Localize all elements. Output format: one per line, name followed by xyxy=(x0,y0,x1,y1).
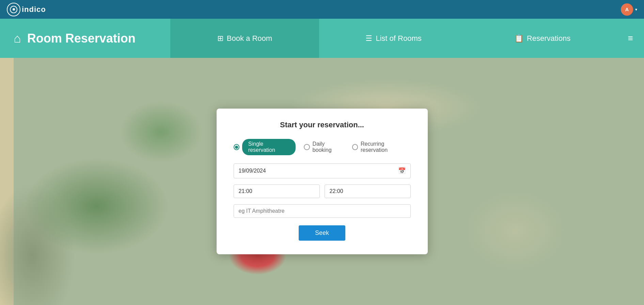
date-field[interactable]: 19/09/2024 📅 xyxy=(234,163,411,178)
modal-overlay: Start your reservation... Single reserva… xyxy=(0,58,644,305)
nav-item-list-rooms[interactable]: ☰ List of Rooms xyxy=(319,19,468,58)
radio-single-label: Single reservation xyxy=(242,139,296,155)
nav-item-reservations[interactable]: 📋 Reservations xyxy=(468,19,617,58)
radio-option-recurring[interactable]: Recurring reservation xyxy=(352,141,411,153)
time-row: 21:00 22:00 xyxy=(234,184,411,198)
nav-bar: ⌂ Room Reservation ⊞ Book a Room ☰ List … xyxy=(0,19,644,58)
radio-option-daily[interactable]: Daily booking xyxy=(304,141,344,153)
date-field-row: 19/09/2024 📅 xyxy=(234,163,411,178)
nav-menu-button[interactable]: ≡ xyxy=(617,33,644,44)
radio-daily-input[interactable] xyxy=(304,144,310,150)
nav-item-book-room[interactable]: ⊞ Book a Room xyxy=(170,19,319,58)
logo-inner xyxy=(10,6,17,13)
reservation-modal: Start your reservation... Single reserva… xyxy=(217,109,428,254)
radio-daily-label: Daily booking xyxy=(313,141,344,153)
nav-items: ⊞ Book a Room ☰ List of Rooms 📋 Reservat… xyxy=(170,19,617,58)
nav-brand: ⌂ Room Reservation xyxy=(0,31,170,46)
home-icon: ⌂ xyxy=(14,31,21,46)
avatar-area[interactable]: A ▾ xyxy=(621,3,637,16)
top-bar: indico A ▾ xyxy=(0,0,644,19)
calendar-picker-icon[interactable]: 📅 xyxy=(398,167,406,175)
date-value: 19/09/2024 xyxy=(239,168,398,174)
calendar-icon: 📋 xyxy=(514,34,523,43)
plus-square-icon: ⊞ xyxy=(217,34,223,43)
nav-item-book-room-label: Book a Room xyxy=(227,34,272,43)
end-time-value: 22:00 xyxy=(330,188,343,194)
modal-title: Start your reservation... xyxy=(234,121,411,129)
content-area: Start your reservation... Single reserva… xyxy=(0,58,644,305)
logo: indico xyxy=(7,3,46,16)
user-avatar[interactable]: A xyxy=(621,3,633,16)
logo-icon xyxy=(7,3,20,16)
nav-item-list-rooms-label: List of Rooms xyxy=(376,34,422,43)
reservation-type-group: Single reservation Daily booking Recurri… xyxy=(234,139,411,155)
end-time-field[interactable]: 22:00 xyxy=(325,184,411,198)
start-time-field[interactable]: 21:00 xyxy=(234,184,320,198)
logo-dot xyxy=(13,8,15,11)
list-icon: ☰ xyxy=(365,34,372,43)
radio-option-single[interactable]: Single reservation xyxy=(234,139,296,155)
radio-recurring-label: Recurring reservation xyxy=(361,141,411,153)
start-time-value: 21:00 xyxy=(239,188,252,194)
radio-single-input[interactable] xyxy=(234,144,239,150)
seek-button[interactable]: Seek xyxy=(299,225,345,241)
logo-text: indico xyxy=(22,5,46,14)
hamburger-icon: ≡ xyxy=(628,33,633,44)
avatar-chevron-icon: ▾ xyxy=(635,7,637,12)
room-search-input[interactable] xyxy=(234,204,411,218)
radio-recurring-input[interactable] xyxy=(352,144,358,150)
nav-item-reservations-label: Reservations xyxy=(527,34,570,43)
nav-brand-title: Room Reservation xyxy=(27,31,136,46)
